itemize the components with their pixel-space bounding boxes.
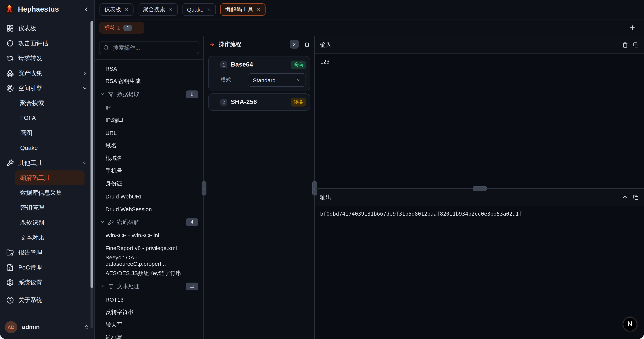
tab-aggregate-search[interactable]: 聚合搜索 [138, 3, 178, 16]
sidebar-item-space-engine[interactable]: 空间引擎 [4, 81, 90, 96]
sidebar-item-label: 报告管理 [18, 249, 42, 257]
tab-dashboard[interactable]: 仪表板 [100, 3, 134, 16]
search-input[interactable] [112, 44, 195, 51]
panel-divider-left[interactable] [204, 36, 204, 339]
sidebar-item-system-settings[interactable]: 系统设置 [4, 275, 90, 290]
user-menu[interactable]: AD admin [0, 315, 94, 339]
operation-item[interactable]: Druid WebSession [94, 203, 204, 215]
avatar: AD [5, 321, 17, 333]
arrow-right-icon [209, 41, 215, 47]
input-textarea[interactable]: 123 [315, 54, 644, 188]
operation-item[interactable]: IP:端口 [94, 114, 204, 126]
tag-chip-count: 2 [123, 24, 132, 31]
tab-codec-tool[interactable]: 编解码工具 [220, 3, 266, 16]
operation-label: IP:端口 [106, 116, 124, 123]
sidebar-item-label: FOFA [20, 115, 36, 121]
boxes-icon [6, 69, 14, 77]
operation-item[interactable]: Seeyon OA - datasourceCtp.propert... [94, 254, 204, 267]
clear-input-button[interactable] [622, 42, 628, 48]
sidebar-item-quake[interactable]: Quake [12, 141, 90, 155]
operation-label: 转大写 [106, 321, 122, 328]
param-select[interactable]: Standard [248, 73, 306, 87]
add-tag-button[interactable] [629, 24, 636, 31]
tab-quake[interactable]: Quake [182, 3, 216, 16]
tag-chip[interactable]: 标签 1 2 [99, 22, 144, 33]
flow-step-count: 2 [290, 40, 299, 48]
copy-output-button[interactable] [633, 195, 639, 200]
operation-item[interactable]: 手机号 [94, 164, 204, 177]
operation-group[interactable]: 文本处理11 [94, 280, 204, 293]
send-output-to-input-button[interactable] [622, 195, 628, 200]
sidebar-item-codec-tool[interactable]: 编解码工具 [14, 170, 84, 185]
clear-flow-button[interactable] [304, 41, 310, 47]
sidebar-item-asset-collection[interactable]: 资产收集 [4, 66, 90, 81]
drag-handle-icon[interactable] [212, 99, 217, 105]
sidebar-item-av-identify[interactable]: 杀软识别 [12, 215, 90, 230]
sidebar-item-about-system[interactable]: 关于系统 [4, 293, 90, 308]
close-icon[interactable] [124, 7, 129, 11]
sidebar-item-attack-surface[interactable]: 攻击面评估 [4, 36, 90, 51]
sidebar-item-report-management[interactable]: 报告管理 [4, 245, 90, 260]
input-panel: 输入 123 [315, 36, 644, 188]
sidebar-item-aggregate-search[interactable]: 聚合搜索 [12, 96, 90, 111]
flow-step-card[interactable]: 1Base64编码模式Standard [208, 56, 310, 90]
operation-item[interactable]: 转小写 [94, 331, 204, 339]
chevrons-up-down-icon [84, 324, 90, 330]
close-icon[interactable] [256, 7, 261, 11]
operation-group[interactable]: 数据提取9 [94, 87, 204, 101]
sidebar-item-other-tools[interactable]: 其他工具 [4, 155, 90, 170]
operation-item[interactable]: IP [94, 101, 204, 114]
operation-item[interactable]: 身份证 [94, 177, 204, 190]
folder-search-icon [6, 249, 14, 256]
sidebar-item-text-diff[interactable]: 文本对比 [12, 230, 90, 245]
group-label: 数据提取 [117, 91, 140, 98]
operation-item[interactable]: 反转字符串 [94, 306, 204, 319]
sidebar-item-label: 空间引擎 [18, 84, 42, 92]
sidebar-submenu: 聚合搜索FOFA鹰图Quake [12, 96, 90, 155]
close-icon[interactable] [207, 7, 211, 11]
app-window: H Hephaestus 仪表板攻击面评估请求转发资产收集空间引擎聚合搜索FOF… [0, 0, 644, 339]
chevron-right-icon [82, 71, 88, 76]
nextjs-dev-badge[interactable]: N [623, 317, 637, 332]
tab-label: 编解码工具 [225, 6, 253, 13]
sidebar-collapse-button[interactable] [84, 6, 90, 12]
io-splitter[interactable] [315, 188, 644, 189]
copy-input-button[interactable] [633, 42, 639, 48]
operation-label: FineReport v8 - privilege.xml [106, 245, 177, 251]
flow-step-card[interactable]: 2SHA-256转换 [208, 93, 310, 111]
sidebar-scrollbar-thumb[interactable] [90, 21, 93, 288]
chevron-down-icon [82, 160, 88, 166]
operation-item[interactable]: AES/DES JS数组Key转字符串 [94, 267, 204, 280]
operation-item[interactable]: Druid WebURI [94, 190, 204, 203]
operation-item[interactable]: WinSCP - WinSCP.ini [94, 229, 204, 242]
sidebar-item-key-management[interactable]: 密钥管理 [12, 200, 90, 215]
sidebar-item-poc-management[interactable]: PoC管理 [4, 260, 90, 275]
repeat-icon [6, 54, 14, 62]
sidebar-item-label: PoC管理 [18, 264, 42, 272]
operation-item[interactable]: URL [94, 126, 204, 139]
sidebar-item-dashboard[interactable]: 仪表板 [4, 21, 90, 36]
sidebar-item-hunter[interactable]: 鹰图 [12, 126, 90, 141]
operation-item[interactable]: 转大写 [94, 319, 204, 331]
close-icon[interactable] [169, 7, 173, 11]
operation-item[interactable]: 域名 [94, 139, 204, 152]
step-number: 2 [220, 98, 228, 106]
operation-item[interactable]: FineReport v8 - privilege.xml [94, 242, 204, 254]
sidebar-item-db-info-collect[interactable]: 数据库信息采集 [12, 185, 90, 200]
sidebar-item-fofa[interactable]: FOFA [12, 111, 90, 126]
sidebar-item-request-forward[interactable]: 请求转发 [4, 51, 90, 66]
resize-handle-left[interactable] [202, 181, 206, 195]
operation-item[interactable]: ROT13 [94, 293, 204, 306]
io-splitter-handle[interactable] [473, 186, 487, 191]
operation-item[interactable]: 根域名 [94, 152, 204, 164]
panel-divider-right[interactable] [314, 36, 315, 339]
sidebar-item-label: Quake [20, 145, 38, 151]
operation-item[interactable]: RSA 密钥生成 [94, 75, 204, 87]
operation-group[interactable]: 密码破解4 [94, 215, 204, 229]
crosshair-icon [6, 40, 14, 47]
operation-label: 域名 [106, 142, 117, 149]
operation-item[interactable]: RSA [94, 62, 204, 75]
param-value: Standard [253, 77, 276, 83]
drag-handle-icon[interactable] [212, 62, 217, 68]
search-box [99, 41, 199, 54]
